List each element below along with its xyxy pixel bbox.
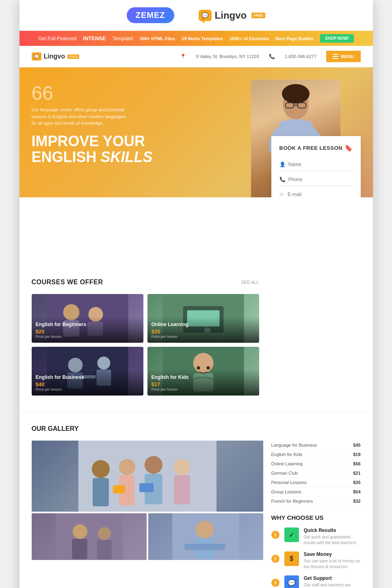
why-item-2: 2 $ Save Money You can save a lot of mon… (271, 551, 361, 570)
why-item-desc-2: You can save a lot of money on our lesso… (304, 558, 361, 570)
promo-stat1: 500+ HTML Files (140, 36, 175, 41)
promo-stat3: 1000+ UI Elements (230, 36, 269, 41)
course-name-kids: English for Kids (152, 374, 255, 380)
svg-rect-39 (56, 513, 123, 560)
why-item-title-3: Get Support (304, 575, 361, 581)
course-price-beginners: $25 (36, 329, 139, 335)
main-content: COURSES WE OFFER SEE ALL (19, 266, 373, 413)
why-item-title-1: Quick Results (304, 527, 361, 533)
gallery-layout: Language for Business $45 English for Ki… (32, 441, 361, 588)
courses-section-title: COURSES WE OFFER (32, 279, 103, 286)
svg-point-29 (92, 460, 110, 478)
phone-field[interactable]: 📞 (279, 173, 353, 186)
site-logo-icon: 💬 (32, 52, 41, 61)
course-name-business: English for Business (36, 374, 139, 380)
price-item-5: Personal Lessons $35 (271, 478, 361, 487)
save-money-icon: $ (284, 551, 299, 566)
course-name-online: Online Learning (152, 322, 255, 327)
svg-point-31 (119, 459, 135, 475)
person-icon: 👤 (279, 162, 285, 167)
course-card-kids[interactable]: English for Kids $17 Price per lesson (147, 347, 259, 396)
course-card-online[interactable]: Online Learning $35 Price per lesson (147, 294, 259, 343)
svg-rect-37 (113, 485, 125, 493)
course-name-beginners: English for Beginners (36, 322, 139, 327)
svg-rect-43 (97, 540, 112, 560)
why-number-1: 1 (271, 531, 279, 539)
why-choose-us-section: WHY CHOOSE US 1 ✓ Quick Results Get quic… (271, 514, 361, 588)
why-item-title-2: Save Money (304, 551, 361, 557)
see-all-link[interactable]: SEE ALL (241, 280, 259, 285)
email-input[interactable] (288, 192, 353, 197)
right-column (271, 279, 361, 400)
gallery-section: OUR GALLERY (19, 413, 373, 588)
why-item-3: 3 💬 Get Support Our staff and teachers a… (271, 575, 361, 588)
gallery-image-bottom-right[interactable] (148, 513, 263, 560)
svg-rect-47 (184, 544, 225, 550)
left-column: COURSES WE OFFER SEE ALL (32, 279, 271, 400)
book-form: BOOK A FREE LESSON 🔖 👤 📞 ✉ BOOK NOW LOTS… (271, 136, 361, 197)
promo-banner: Get Full-Featured INTENSE Template! 500+… (19, 31, 373, 46)
course-price-label-business: Price per lesson (36, 387, 139, 391)
menu-label: MENU (341, 54, 354, 59)
course-card-beginners[interactable]: English for Beginners $25 Price per less… (32, 294, 143, 343)
why-title: WHY CHOOSE US (271, 514, 361, 521)
svg-rect-38 (139, 483, 154, 492)
promo-intense: INTENSE (83, 35, 106, 41)
quote-icon: 66 (32, 84, 361, 103)
price-item-6: Group Lessons $54 (271, 487, 361, 497)
name-field[interactable]: 👤 (279, 158, 353, 171)
shop-now-button[interactable]: SHOP NOW! (320, 34, 354, 43)
header-address: 9 Valley St. Brooklyn, NY 11203 (196, 54, 259, 59)
course-card-business[interactable]: English for Business $40 Price per lesso… (32, 347, 143, 396)
course-price-label-beginners: Price per lesson (36, 335, 139, 339)
header-location-icon: 📍 (180, 54, 186, 59)
book-form-title: BOOK A FREE LESSON (279, 145, 342, 151)
promo-text1: Get Full-Featured (38, 36, 76, 41)
name-input[interactable] (288, 162, 353, 167)
get-support-icon: 💬 (284, 575, 299, 588)
svg-rect-36 (174, 475, 190, 504)
gallery-image-top[interactable] (32, 441, 263, 512)
promo-stat2: 29 Niche Templates (182, 36, 223, 41)
price-list: Language for Business $45 English for Ki… (271, 441, 361, 506)
lingvo-brand-text: Lingvo (215, 10, 247, 21)
email-field[interactable]: ✉ (279, 188, 353, 197)
price-item-1: Language for Business $45 (271, 441, 361, 450)
svg-rect-30 (93, 478, 109, 506)
lingvo-chat-icon: 💬 (199, 10, 212, 21)
courses-grid: English for Beginners $25 Price per less… (32, 294, 259, 396)
lingvo-brand: 💬 Lingvo FREE (199, 10, 266, 21)
top-brand-bar: ZEMEZ 💬 Lingvo FREE (19, 0, 373, 31)
bookmark-icon: 🔖 (344, 144, 353, 152)
svg-point-26 (197, 366, 200, 370)
svg-point-33 (145, 456, 162, 474)
email-icon: ✉ (279, 192, 284, 197)
gallery-bottom-row (32, 513, 263, 560)
price-item-3: Online Learning $56 (271, 459, 361, 469)
price-item-2: English for Kids $19 (271, 450, 361, 459)
svg-point-40 (73, 524, 87, 539)
svg-point-45 (196, 521, 214, 538)
course-price-kids: $17 (152, 381, 255, 387)
header-right: 📍 9 Valley St. Brooklyn, NY 11203 📞 1-80… (180, 51, 360, 62)
svg-point-20 (97, 357, 110, 370)
promo-stat4: Novi Page Builder (275, 36, 314, 41)
phone-input[interactable] (288, 177, 353, 182)
gallery-title: OUR GALLERY (32, 425, 361, 432)
header-phone-icon: 📞 (269, 54, 275, 59)
hamburger-icon (333, 54, 338, 59)
why-item-1: 1 ✓ Quick Results Get quick and guarante… (271, 527, 361, 546)
courses-section-header: COURSES WE OFFER SEE ALL (32, 279, 259, 286)
quick-results-icon: ✓ (284, 527, 299, 542)
site-logo: 💬 Lingvo FREE (32, 52, 80, 61)
hero-subtitle: Our language center offers group and per… (32, 106, 129, 127)
why-number-2: 2 (271, 555, 279, 563)
why-number-3: 3 (271, 579, 279, 587)
menu-button[interactable]: MENU (326, 51, 360, 62)
promo-text2: Template! (113, 36, 134, 41)
gallery-images (32, 441, 263, 588)
sidebar-right: Language for Business $45 English for Ki… (271, 441, 361, 588)
gallery-image-bottom-left[interactable] (32, 513, 147, 560)
site-header: 💬 Lingvo FREE 📍 9 Valley St. Brooklyn, N… (19, 46, 373, 67)
site-logo-free-badge: FREE (67, 54, 79, 59)
